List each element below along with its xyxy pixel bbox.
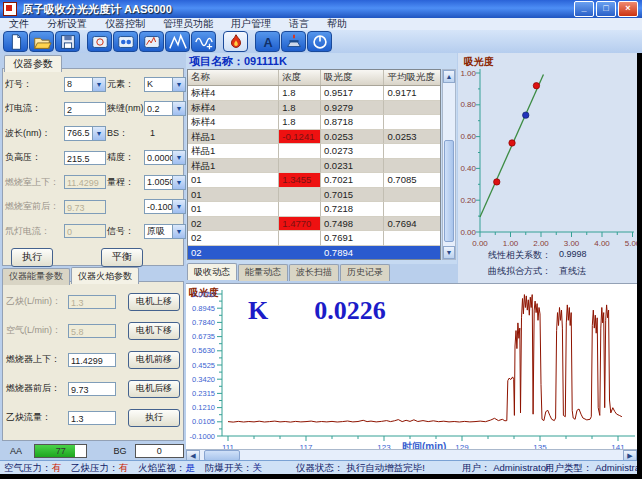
- svg-text:0.40: 0.40: [460, 164, 476, 173]
- parameter-field[interactable]: 2: [64, 102, 106, 116]
- flame-param-field: 1.3: [68, 295, 116, 309]
- flame-param-field[interactable]: 1.3: [68, 411, 116, 425]
- parameter-dropdown[interactable]: 原吸▼: [144, 224, 186, 239]
- energy-icon[interactable]: [139, 31, 164, 52]
- tab-instrument-params[interactable]: 仪器参数: [4, 55, 62, 72]
- parameter-dropdown[interactable]: 8▼: [64, 77, 106, 92]
- flame-param-field[interactable]: 9.73: [68, 382, 116, 396]
- status-bar: 空气压力：有乙炔压力：有火焰监视：是防爆开关：关 仪器状态： 执行自动增益完毕!…: [0, 460, 637, 475]
- power-icon[interactable]: [307, 31, 332, 52]
- parameter-dropdown[interactable]: 0.0000▼: [144, 150, 186, 165]
- results-table: 名称浓度吸光度平均吸光度 标样41.80.95170.9171标样41.80.9…: [187, 69, 441, 260]
- absorbance-icon[interactable]: A: [255, 31, 280, 52]
- maximize-button[interactable]: □: [596, 1, 616, 17]
- scroll-thumb[interactable]: [444, 140, 454, 242]
- motor-button[interactable]: 电机前移: [128, 351, 180, 369]
- menu-item[interactable]: 管理员功能: [154, 17, 222, 31]
- table-row[interactable]: 样品10.0231: [188, 159, 440, 174]
- hollow-lamp-icon[interactable]: [113, 31, 138, 52]
- balance-button[interactable]: 平衡: [101, 248, 143, 267]
- scroll-down-arrow[interactable]: ▼: [443, 246, 455, 259]
- parameter-label: BS：: [107, 127, 143, 140]
- signal-level-row: AA 77 BG 0: [2, 443, 184, 458]
- menu-item[interactable]: 用户管理: [222, 17, 280, 31]
- wavelength-scan-icon[interactable]: [191, 31, 216, 52]
- tab-flame-panel[interactable]: 仪器能量参数: [2, 268, 70, 285]
- tab-dynamic-view[interactable]: 波长扫描: [289, 264, 339, 281]
- parameter-dropdown[interactable]: K▼: [144, 77, 186, 92]
- scroll-up-arrow[interactable]: ▲: [443, 70, 455, 83]
- burner-icon[interactable]: [281, 31, 306, 52]
- minimize-button[interactable]: _: [574, 1, 594, 17]
- table-row[interactable]: 020.7691: [188, 231, 440, 246]
- chevron-down-icon[interactable]: ▼: [172, 102, 185, 115]
- peak-search-icon[interactable]: [165, 31, 190, 52]
- cell-absorbance: 0.0231: [321, 159, 385, 174]
- table-row[interactable]: 标样41.80.95170.9171: [188, 86, 440, 101]
- parameter-dropdown[interactable]: -0.1000▼: [144, 199, 186, 214]
- tab-dynamic-view[interactable]: 吸收动态: [187, 263, 237, 280]
- table-row[interactable]: 样品1-0.12410.02530.0253: [188, 130, 440, 145]
- execute-button[interactable]: 执行: [11, 248, 53, 267]
- menu-item[interactable]: 帮助: [318, 17, 356, 31]
- save-icon[interactable]: [55, 31, 80, 52]
- correlation-row: 线性相关系数： 0.9998: [488, 249, 636, 262]
- parameter-field[interactable]: 215.5: [64, 151, 106, 165]
- project-name: 091111K: [244, 55, 287, 67]
- user-type-value: Administrator: [595, 462, 642, 473]
- new-file-icon[interactable]: [3, 31, 28, 52]
- chevron-down-icon[interactable]: ▼: [172, 200, 185, 213]
- parameter-value: 766.5: [65, 128, 92, 138]
- menu-item[interactable]: 仪器控制: [96, 17, 154, 31]
- svg-text:0.2315: 0.2315: [192, 389, 215, 398]
- parameter-row: 燃烧室前后：9.73-0.1000▼: [3, 195, 183, 220]
- tab-flame-panel[interactable]: 仪器火焰参数: [71, 267, 139, 284]
- motor-button[interactable]: 电机下移: [128, 322, 180, 340]
- close-button[interactable]: ×: [618, 1, 638, 17]
- tab-dynamic-view[interactable]: 历史记录: [340, 264, 390, 281]
- menu-item[interactable]: 分析设置: [38, 17, 96, 31]
- cell-concentration: [279, 246, 321, 261]
- table-row[interactable]: 020.7894: [188, 246, 440, 261]
- parameter-dropdown[interactable]: 0.2▼: [144, 101, 186, 116]
- flame-param-row: 空气(L/min)：5.8电机下移: [3, 316, 183, 345]
- cell-average-absorbance: [384, 188, 440, 203]
- chevron-down-icon[interactable]: ▼: [92, 78, 105, 91]
- chevron-down-icon[interactable]: ▼: [172, 78, 185, 91]
- chevron-down-icon[interactable]: ▼: [172, 151, 185, 164]
- svg-text:1.00: 1.00: [460, 69, 476, 78]
- element-lamp-icon[interactable]: [87, 31, 112, 52]
- application-window: 原子吸收分光光度计 AAS6000 _ □ × 文件分析设置仪器控制管理员功能用…: [0, 0, 642, 479]
- cell-average-absorbance: [384, 101, 440, 116]
- flame-param-field[interactable]: 11.4299: [68, 353, 116, 367]
- menu-item[interactable]: 文件: [0, 17, 38, 31]
- table-row[interactable]: 021.47700.74980.7694: [188, 217, 440, 232]
- table-row[interactable]: 标样41.80.9279: [188, 101, 440, 116]
- parameter-dropdown[interactable]: 766.5▼: [64, 126, 106, 141]
- parameter-label: 狭缝(nm)：: [107, 102, 143, 115]
- motor-button[interactable]: 电机后移: [128, 380, 180, 398]
- cell-concentration: 1.8: [279, 101, 321, 116]
- chevron-down-icon[interactable]: ▼: [172, 176, 185, 189]
- dynamic-absorbance-panel: 吸光度 K 0.0226 1.00500.89450.78400.67350.5…: [186, 283, 637, 461]
- tab-dynamic-view[interactable]: 能量动态: [238, 264, 288, 281]
- chevron-down-icon[interactable]: ▼: [172, 225, 185, 238]
- table-vertical-scrollbar[interactable]: ▲ ▼: [442, 69, 456, 260]
- table-row[interactable]: 样品10.0273: [188, 144, 440, 159]
- motor-button[interactable]: 执行: [128, 409, 180, 427]
- flame-icon[interactable]: [223, 31, 248, 52]
- results-table-body: 标样41.80.95170.9171标样41.80.9279标样41.80.87…: [188, 86, 440, 260]
- svg-text:0.1210: 0.1210: [192, 403, 215, 412]
- table-row[interactable]: 010.7218: [188, 202, 440, 217]
- flame-param-label: 燃烧器前后：: [6, 382, 66, 395]
- table-row[interactable]: 标样41.80.8718: [188, 115, 440, 130]
- parameter-dropdown[interactable]: 1.0050▼: [144, 175, 186, 190]
- open-folder-icon[interactable]: [29, 31, 54, 52]
- menu-item[interactable]: 语言: [280, 17, 318, 31]
- table-row[interactable]: 011.34550.70210.7085: [188, 173, 440, 188]
- cell-absorbance: 0.9279: [321, 101, 385, 116]
- table-row[interactable]: 010.7015: [188, 188, 440, 203]
- chevron-down-icon[interactable]: ▼: [92, 127, 105, 140]
- motor-button[interactable]: 电机上移: [128, 293, 180, 311]
- client-area: 仪器参数 灯号：8▼元素：K▼灯电流：2狭缝(nm)：0.2▼波长(nm)：76…: [0, 53, 637, 460]
